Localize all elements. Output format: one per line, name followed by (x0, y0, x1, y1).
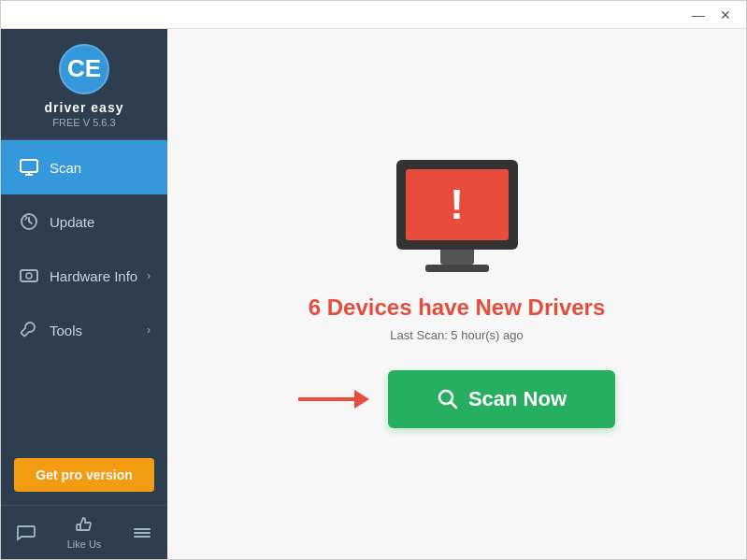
titlebar: — ✕ (1, 1, 746, 29)
monitor-screen: ! (406, 169, 509, 240)
thumbsup-icon (74, 515, 94, 536)
sidebar-bottom: Like Us (1, 505, 167, 559)
svg-rect-2 (21, 160, 37, 172)
main-layout: CE driver easy FREE V 5.6.3 Scan (1, 29, 746, 559)
search-icon (437, 388, 459, 410)
update-nav-icon (18, 210, 40, 233)
sidebar-item-scan[interactable]: Scan (1, 140, 167, 194)
logo-area: CE driver easy FREE V 5.6.3 (1, 29, 167, 140)
svg-point-7 (26, 273, 32, 279)
svg-rect-6 (21, 270, 37, 281)
hardware-nav-icon (18, 265, 40, 287)
tools-chevron-icon: › (147, 323, 151, 337)
sidebar-item-hardware-info[interactable]: Hardware Info › (1, 249, 167, 303)
chat-icon (16, 523, 36, 543)
sidebar-item-tools[interactable]: Tools › (1, 303, 167, 357)
close-button[interactable]: ✕ (712, 7, 739, 23)
nav-list: Scan Update (1, 140, 167, 449)
monitor-body: ! (396, 160, 518, 250)
hardware-chevron-icon: › (147, 269, 151, 282)
scan-nav-label: Scan (50, 160, 81, 176)
get-pro-button[interactable]: Get pro version (14, 458, 154, 492)
minimize-button[interactable]: — (684, 7, 712, 23)
scan-action-row: Scan Now (298, 370, 615, 428)
svg-text:CE: CE (67, 54, 101, 82)
sidebar: CE driver easy FREE V 5.6.3 Scan (1, 29, 167, 559)
app-logo-icon: CE (59, 44, 109, 94)
alert-exclamation: ! (450, 184, 464, 225)
like-us-label: Like Us (67, 538, 102, 550)
last-scan-text: Last Scan: 5 hour(s) ago (390, 328, 523, 342)
svg-line-13 (451, 402, 456, 408)
sidebar-item-update[interactable]: Update (1, 194, 167, 249)
app-window: — ✕ CE driver easy FREE V 5.6.3 (0, 0, 747, 560)
svg-rect-8 (77, 524, 80, 530)
like-us-button[interactable]: Like Us (67, 515, 102, 550)
update-nav-label: Update (50, 214, 94, 230)
hardware-nav-label: Hardware Info (50, 268, 137, 284)
menu-icon (132, 523, 152, 543)
app-name: driver easy (45, 100, 124, 115)
main-alert-title: 6 Devices have New Drivers (309, 294, 606, 321)
monitor-stand (440, 250, 474, 265)
arrow-indicator (298, 390, 369, 409)
tools-nav-label: Tools (50, 323, 82, 338)
scan-now-label: Scan Now (468, 387, 567, 411)
monitor-base (425, 265, 489, 272)
arrow-head (354, 390, 369, 409)
scan-now-button[interactable]: Scan Now (388, 370, 615, 428)
main-content: ! 6 Devices have New Drivers Last Scan: … (167, 29, 746, 559)
chat-button[interactable] (16, 523, 36, 543)
arrow-line (298, 397, 354, 401)
search-svg-icon (437, 388, 459, 410)
scan-nav-icon (18, 156, 40, 179)
app-version: FREE V 5.6.3 (52, 117, 115, 128)
menu-button[interactable] (132, 523, 152, 543)
tools-nav-icon (18, 319, 40, 341)
red-arrow (298, 390, 369, 409)
alert-monitor: ! (396, 160, 518, 272)
